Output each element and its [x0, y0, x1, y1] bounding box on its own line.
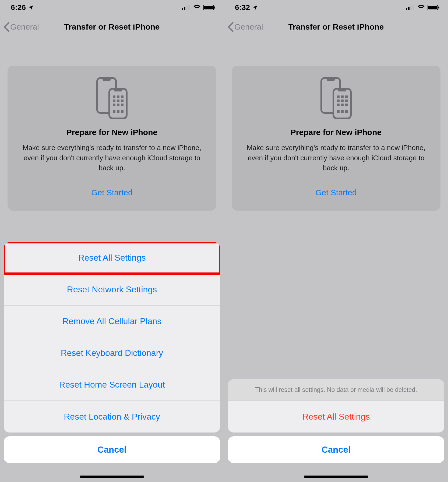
- svg-rect-38: [341, 100, 344, 102]
- svg-rect-10: [114, 89, 122, 91]
- svg-rect-31: [327, 78, 335, 81]
- reset-options-list: Reset All Settings Reset Network Setting…: [4, 242, 220, 433]
- nav-bar: General Transfer or Reset iPhone: [0, 15, 224, 39]
- confirm-message: This will reset all settings. No data or…: [228, 379, 444, 401]
- cellular-signal-icon: [182, 5, 191, 10]
- svg-rect-35: [341, 95, 344, 98]
- location-icon: [252, 5, 258, 10]
- reset-all-settings-confirm[interactable]: Reset All Settings: [228, 401, 444, 433]
- svg-rect-33: [338, 89, 346, 91]
- svg-rect-41: [341, 104, 344, 106]
- svg-rect-12: [117, 95, 119, 98]
- cancel-button[interactable]: Cancel: [228, 436, 444, 463]
- card-description: Make sure everything's ready to transfer…: [240, 143, 432, 173]
- devices-icon: [16, 77, 208, 120]
- back-label: General: [234, 22, 263, 31]
- svg-rect-43: [337, 110, 340, 113]
- svg-rect-44: [341, 110, 344, 113]
- home-indicator[interactable]: [80, 476, 144, 478]
- svg-rect-37: [337, 100, 340, 102]
- svg-rect-15: [117, 100, 119, 102]
- svg-rect-8: [103, 78, 111, 81]
- remove-cellular-plans-option[interactable]: Remove All Cellular Plans: [4, 306, 220, 337]
- action-sheet: Reset All Settings Reset Network Setting…: [0, 242, 224, 482]
- reset-all-settings-option[interactable]: Reset All Settings: [4, 242, 220, 274]
- svg-rect-28: [428, 6, 437, 9]
- status-bar: 6:32: [224, 0, 448, 15]
- back-button[interactable]: General: [227, 22, 263, 32]
- svg-rect-26: [412, 5, 414, 10]
- location-icon: [28, 5, 34, 10]
- svg-rect-5: [204, 6, 213, 9]
- svg-rect-3: [188, 5, 190, 10]
- svg-rect-42: [345, 104, 348, 106]
- svg-rect-24: [408, 7, 410, 10]
- prepare-card: Prepare for New iPhone Make sure everyth…: [232, 66, 440, 211]
- svg-rect-11: [113, 95, 115, 98]
- chevron-left-icon: [227, 22, 234, 32]
- cellular-signal-icon: [406, 5, 415, 10]
- svg-rect-20: [113, 110, 115, 113]
- svg-rect-13: [121, 95, 124, 98]
- back-button[interactable]: General: [3, 22, 39, 32]
- devices-icon: [240, 77, 432, 120]
- card-description: Make sure everything's ready to transfer…: [16, 143, 208, 173]
- svg-rect-25: [410, 6, 412, 10]
- cancel-button[interactable]: Cancel: [4, 436, 220, 463]
- nav-bar: General Transfer or Reset iPhone: [224, 15, 448, 39]
- home-indicator[interactable]: [304, 476, 368, 478]
- svg-rect-19: [121, 104, 124, 106]
- reset-keyboard-dictionary-option[interactable]: Reset Keyboard Dictionary: [4, 337, 220, 369]
- svg-rect-40: [337, 104, 340, 106]
- card-title: Prepare for New iPhone: [240, 128, 432, 137]
- chevron-left-icon: [3, 22, 10, 32]
- svg-rect-29: [438, 6, 439, 9]
- get-started-link[interactable]: Get Started: [240, 188, 432, 197]
- get-started-link[interactable]: Get Started: [16, 188, 208, 197]
- battery-icon: [203, 5, 215, 10]
- svg-rect-22: [121, 110, 124, 113]
- page-title: Transfer or Reset iPhone: [288, 22, 384, 31]
- status-bar: 6:26: [0, 0, 224, 15]
- status-time: 6:32: [235, 3, 250, 12]
- wifi-icon: [417, 5, 425, 10]
- svg-rect-36: [345, 95, 348, 98]
- confirm-action-sheet: This will reset all settings. No data or…: [224, 379, 448, 482]
- svg-rect-6: [214, 6, 215, 9]
- svg-rect-45: [345, 110, 348, 113]
- page-title: Transfer or Reset iPhone: [64, 22, 160, 31]
- svg-rect-18: [117, 104, 119, 106]
- battery-icon: [428, 5, 439, 10]
- reset-home-screen-option[interactable]: Reset Home Screen Layout: [4, 369, 220, 401]
- phone-left: 6:26 General Transfer or Reset iPhone: [0, 0, 224, 482]
- back-label: General: [10, 22, 39, 31]
- svg-rect-21: [117, 110, 119, 113]
- phone-right: 6:32 General Transfer or Reset iPhone: [224, 0, 448, 482]
- wifi-icon: [193, 5, 201, 10]
- reset-location-privacy-option[interactable]: Reset Location & Privacy: [4, 401, 220, 433]
- svg-rect-2: [186, 6, 188, 10]
- svg-rect-1: [184, 7, 185, 10]
- svg-rect-17: [113, 104, 115, 106]
- svg-rect-34: [337, 95, 340, 98]
- prepare-card: Prepare for New iPhone Make sure everyth…: [8, 66, 216, 211]
- reset-network-settings-option[interactable]: Reset Network Settings: [4, 274, 220, 306]
- svg-rect-14: [113, 100, 115, 102]
- status-time: 6:26: [11, 3, 26, 12]
- svg-rect-23: [406, 8, 407, 10]
- card-title: Prepare for New iPhone: [16, 128, 208, 137]
- svg-rect-0: [182, 8, 183, 10]
- confirm-list: This will reset all settings. No data or…: [228, 379, 444, 433]
- svg-rect-16: [121, 100, 124, 102]
- svg-rect-39: [345, 100, 348, 102]
